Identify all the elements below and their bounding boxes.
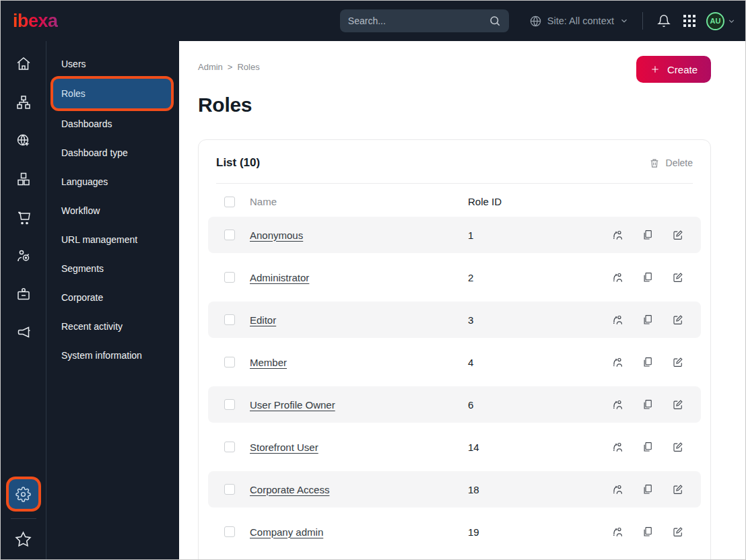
sidebar-item-dashboards[interactable]: Dashboards <box>46 109 179 138</box>
page-title: Roles <box>198 94 711 116</box>
assign-users-icon[interactable] <box>611 228 624 242</box>
corporate-badge-icon[interactable] <box>9 275 38 313</box>
copy-icon[interactable] <box>641 271 654 284</box>
copy-icon[interactable] <box>641 398 654 411</box>
sidebar-item-corporate[interactable]: Corporate <box>46 283 179 312</box>
role-name-link[interactable]: Editor <box>250 314 276 326</box>
copy-icon[interactable] <box>641 355 654 369</box>
row-checkbox[interactable] <box>224 357 235 368</box>
edit-icon[interactable] <box>671 228 685 242</box>
create-button[interactable]: Create <box>636 56 711 83</box>
content-header: Admin > Roles Create <box>198 56 711 83</box>
sidebar-item-workflow[interactable]: Workflow <box>46 196 179 225</box>
list-card-header: List (10) Delete <box>199 140 710 183</box>
assign-users-icon[interactable] <box>611 313 624 326</box>
top-bar: ibexa Site: All context <box>1 1 745 41</box>
chevron-down-icon <box>727 17 736 26</box>
assign-users-icon[interactable] <box>611 440 624 454</box>
edit-icon[interactable] <box>671 525 685 538</box>
globe-icon <box>529 15 542 28</box>
breadcrumb-roles[interactable]: Roles <box>237 62 259 72</box>
personalization-icon[interactable] <box>9 236 38 275</box>
row-checkbox[interactable] <box>224 526 235 537</box>
row-checkbox[interactable] <box>224 314 235 325</box>
site-context-selector[interactable]: Site: All context <box>529 15 629 28</box>
column-header-name: Name <box>250 196 468 207</box>
user-menu[interactable]: AU <box>706 12 736 30</box>
role-id-value: 6 <box>468 399 611 411</box>
search-icon[interactable] <box>489 15 501 27</box>
assign-users-icon[interactable] <box>611 398 624 411</box>
assign-users-icon[interactable] <box>611 525 624 538</box>
sidebar-item-system-information[interactable]: System information <box>46 341 179 370</box>
role-id-value: 1 <box>468 230 611 241</box>
edit-icon[interactable] <box>671 440 685 454</box>
sidebar-item-recent-activity[interactable]: Recent activity <box>46 312 179 341</box>
edit-icon[interactable] <box>671 355 685 369</box>
role-name-link[interactable]: Corporate Access <box>250 484 329 495</box>
row-checkbox[interactable] <box>224 399 235 410</box>
search-input[interactable] <box>348 15 489 26</box>
edit-icon[interactable] <box>671 313 685 326</box>
notifications-bell-icon[interactable] <box>655 12 673 30</box>
commerce-cart-icon[interactable] <box>9 198 38 236</box>
copy-icon[interactable] <box>641 313 654 326</box>
copy-icon[interactable] <box>641 440 654 454</box>
roles-list-card: List (10) Delete Name Role ID <box>198 139 711 559</box>
role-id-value: 18 <box>468 484 611 495</box>
table-row: Storefront User 14 <box>208 429 701 465</box>
role-name-link[interactable]: Storefront User <box>250 442 318 453</box>
column-header-role-id: Role ID <box>468 196 685 207</box>
topbar-right: Site: All context AU <box>340 9 736 32</box>
content-tree-icon[interactable] <box>9 83 38 121</box>
ibexa-logo[interactable]: ibexa <box>13 11 58 32</box>
icon-rail-bottom <box>9 479 38 553</box>
home-icon[interactable] <box>9 44 38 83</box>
role-name-link[interactable]: Administrator <box>250 272 309 283</box>
app-body: Users Roles Dashboards Dashboard type La… <box>1 41 745 559</box>
icon-rail <box>1 41 46 559</box>
row-checkbox[interactable] <box>224 230 235 240</box>
site-globe-icon[interactable] <box>9 121 38 160</box>
select-all-checkbox[interactable] <box>224 197 235 207</box>
sidebar-item-url-management[interactable]: URL management <box>46 225 179 254</box>
copy-icon[interactable] <box>641 228 654 242</box>
row-checkbox[interactable] <box>224 272 235 283</box>
edit-icon[interactable] <box>671 398 685 411</box>
sidebar-item-dashboard-type[interactable]: Dashboard type <box>46 138 179 167</box>
assign-users-icon[interactable] <box>611 355 624 369</box>
admin-menu: Users Roles Dashboards Dashboard type La… <box>46 41 179 559</box>
role-id-value: 4 <box>468 357 611 368</box>
edit-icon[interactable] <box>671 271 685 284</box>
copy-icon[interactable] <box>641 483 654 496</box>
row-checkbox[interactable] <box>224 442 235 452</box>
table-row: Member 4 <box>208 344 701 380</box>
admin-gear-icon[interactable] <box>9 479 38 509</box>
assign-users-icon[interactable] <box>611 483 624 496</box>
role-name-link[interactable]: Company admin <box>250 526 323 538</box>
sidebar-item-users[interactable]: Users <box>46 49 179 78</box>
table-row: User Profile Owner 6 <box>208 386 701 423</box>
product-catalog-icon[interactable] <box>9 160 38 198</box>
delete-button[interactable]: Delete <box>649 158 693 169</box>
marketing-megaphone-icon[interactable] <box>9 313 38 351</box>
global-search[interactable] <box>340 9 509 32</box>
assign-users-icon[interactable] <box>611 271 624 284</box>
edit-icon[interactable] <box>671 483 685 496</box>
role-name-link[interactable]: User Profile Owner <box>250 399 335 411</box>
sidebar-item-languages[interactable]: Languages <box>46 167 179 196</box>
rail-divider <box>11 518 36 519</box>
avatar[interactable]: AU <box>706 12 724 30</box>
table-row: Corporate Access 18 <box>208 471 701 508</box>
sidebar-item-segments[interactable]: Segments <box>46 254 179 283</box>
breadcrumb-admin[interactable]: Admin <box>198 62 223 72</box>
table-row: Company admin 19 <box>208 514 701 550</box>
role-name-link[interactable]: Member <box>250 357 287 368</box>
row-checkbox[interactable] <box>224 484 235 495</box>
app-grid-icon[interactable] <box>681 12 698 30</box>
role-name-link[interactable]: Anonymous <box>250 230 303 241</box>
bookmarks-star-icon[interactable] <box>9 526 38 553</box>
delete-button-label: Delete <box>666 158 693 168</box>
sidebar-item-roles[interactable]: Roles <box>53 79 171 108</box>
copy-icon[interactable] <box>641 525 654 538</box>
